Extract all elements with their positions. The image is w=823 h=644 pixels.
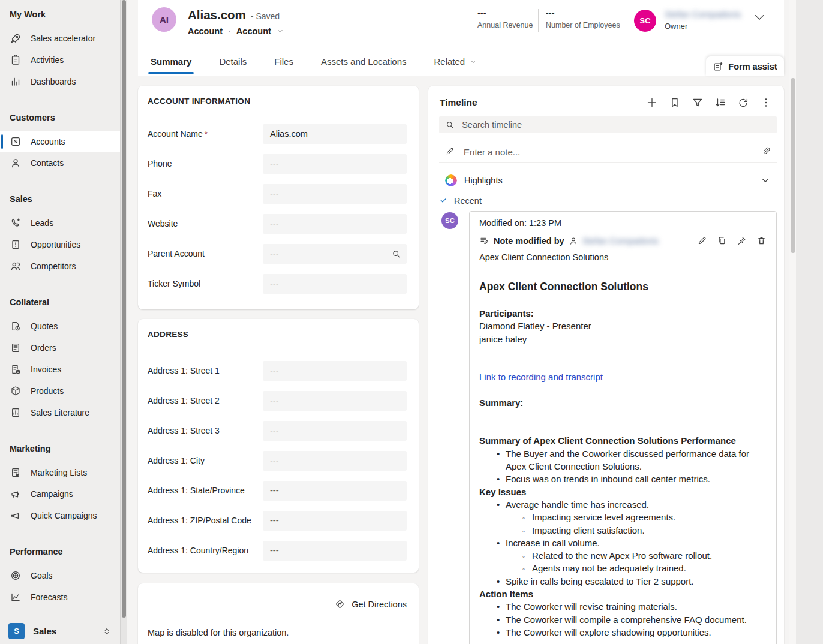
street1-input[interactable]: ---: [263, 361, 407, 381]
search-icon[interactable]: [391, 249, 401, 259]
sidebar-item-leads[interactable]: Leads: [0, 212, 120, 234]
chevron-down-icon[interactable]: [277, 28, 284, 35]
ticker-symbol-input[interactable]: ---: [263, 274, 407, 294]
divider: [509, 201, 777, 201]
sidebar-item-quotes[interactable]: Quotes: [0, 315, 120, 337]
phone-input[interactable]: ---: [263, 154, 407, 174]
field-country: Address 1: Country/Region ---: [148, 535, 409, 565]
sidebar-item-accounts[interactable]: Accounts: [0, 131, 120, 152]
account-name-input[interactable]: Alias.com: [263, 124, 407, 144]
tab-summary[interactable]: Summary: [151, 56, 191, 70]
create-record-icon[interactable]: [646, 97, 658, 109]
order-icon: [10, 342, 22, 354]
content-scrollbar[interactable]: [789, 0, 796, 644]
invoice-icon: [10, 363, 22, 375]
more-commands-icon[interactable]: [760, 97, 772, 109]
area-expand-icon: [102, 627, 112, 636]
sidebar-item-invoices[interactable]: Invoices: [0, 359, 120, 380]
form-selector[interactable]: Account: [236, 26, 271, 36]
record-avatar: AI: [152, 7, 176, 32]
map-disabled-message: Map is disabled for this organization.: [148, 628, 289, 637]
tab-details[interactable]: Details: [219, 56, 247, 70]
street2-input[interactable]: ---: [263, 391, 407, 411]
megaphone-icon: [10, 488, 22, 500]
sidebar-item-competitors[interactable]: Competitors: [0, 255, 120, 277]
divider: [538, 9, 539, 32]
highlights-section-toggle[interactable]: Highlights: [439, 170, 777, 191]
address-section: ADDRESS Address 1: Street 1 --- Address …: [138, 319, 419, 573]
refresh-icon[interactable]: [737, 97, 749, 109]
clipboard-icon: [10, 54, 22, 66]
field-city: Address 1: City ---: [148, 446, 409, 476]
sidebar-item-quick-campaigns[interactable]: Quick Campaigns: [0, 505, 120, 526]
note-entry-row[interactable]: [439, 141, 777, 163]
chevron-down-icon: [470, 58, 477, 65]
tab-related[interactable]: Related: [434, 56, 477, 70]
pin-icon[interactable]: [737, 236, 747, 246]
content-scrollbar-thumb[interactable]: [791, 78, 795, 253]
state-input[interactable]: ---: [263, 481, 407, 501]
collapse-header-icon[interactable]: [753, 11, 766, 24]
sidebar-item-sales-accelerator[interactable]: Sales accelerator: [0, 28, 120, 49]
sidebar-scrollbar-thumb[interactable]: [122, 0, 126, 618]
recording-link[interactable]: Link to recording and transcript: [479, 372, 603, 382]
zip-input[interactable]: ---: [263, 511, 407, 531]
tab-assets-and-locations[interactable]: Assets and Locations: [321, 56, 407, 70]
owner-label: Owner: [665, 22, 741, 31]
edit-note-icon[interactable]: [697, 236, 707, 246]
sidebar-item-goals[interactable]: Goals: [0, 565, 120, 586]
owner-field[interactable]: SC Stefan Compadonis Owner: [634, 10, 741, 32]
paperclip-icon[interactable]: [761, 146, 771, 157]
get-directions-button[interactable]: Get Directions: [334, 598, 407, 610]
fax-input[interactable]: ---: [263, 184, 407, 204]
chevron-down-icon: [760, 175, 771, 186]
street3-input[interactable]: ---: [263, 421, 407, 441]
quick-campaign-icon: [10, 510, 22, 522]
copy-icon[interactable]: [717, 236, 727, 246]
sidebar-item-marketing-lists[interactable]: Marketing Lists: [0, 462, 120, 483]
note-author-name: Stefan Compadonis: [582, 236, 659, 246]
owner-name: Stefan Compadonis: [665, 10, 741, 19]
area-switcher[interactable]: S Sales: [0, 618, 120, 644]
field-website: Website ---: [148, 209, 409, 239]
note-icon: [479, 236, 489, 246]
timeline-search[interactable]: [439, 116, 777, 133]
annual-revenue-stat: --- Annual Revenue: [477, 8, 533, 29]
filter-icon[interactable]: [692, 97, 704, 109]
delete-icon[interactable]: [756, 236, 767, 246]
recent-group-header[interactable]: Recent: [439, 195, 777, 207]
nav-section-performance: Performance: [0, 544, 120, 559]
tab-files[interactable]: Files: [274, 56, 293, 70]
enter-note-input[interactable]: [462, 146, 753, 158]
field-account-name: Account Name* Alias.com: [148, 119, 409, 149]
sidebar-scrollbar[interactable]: [120, 0, 127, 644]
note-subject: Apex Client Connection Solutions: [479, 252, 767, 262]
sidebar-item-dashboards[interactable]: Dashboards: [0, 71, 120, 92]
search-icon: [445, 120, 455, 130]
employees-stat: --- Number of Employees: [546, 8, 620, 29]
field-phone: Phone ---: [148, 149, 409, 179]
website-input[interactable]: ---: [263, 214, 407, 234]
form-assist-button[interactable]: Form assist: [706, 56, 784, 76]
country-input[interactable]: ---: [263, 541, 407, 561]
field-fax: Fax ---: [148, 179, 409, 209]
sort-icon[interactable]: [714, 97, 726, 109]
box-icon: [10, 385, 22, 397]
sidebar-item-forecasts[interactable]: Forecasts: [0, 586, 120, 608]
sidebar-item-sales-literature[interactable]: Sales Literature: [0, 402, 120, 423]
person-icon: [10, 157, 22, 169]
timeline-note-card[interactable]: Modified on: 1:23 PM Note modified by St…: [469, 211, 777, 644]
bookmark-icon[interactable]: [669, 97, 681, 109]
parent-account-lookup[interactable]: ---: [263, 244, 407, 264]
sidebar-item-campaigns[interactable]: Campaigns: [0, 483, 120, 505]
sidebar-item-orders[interactable]: Orders: [0, 337, 120, 359]
opportunity-icon: [10, 239, 22, 251]
search-timeline-input[interactable]: [461, 119, 771, 130]
quote-icon: [10, 320, 22, 332]
sidebar-item-opportunities[interactable]: Opportunities: [0, 234, 120, 255]
city-input[interactable]: ---: [263, 451, 407, 471]
sidebar-item-contacts[interactable]: Contacts: [0, 152, 120, 174]
sidebar-item-activities[interactable]: Activities: [0, 49, 120, 71]
sidebar-item-products[interactable]: Products: [0, 380, 120, 402]
area-badge: S: [8, 623, 25, 639]
